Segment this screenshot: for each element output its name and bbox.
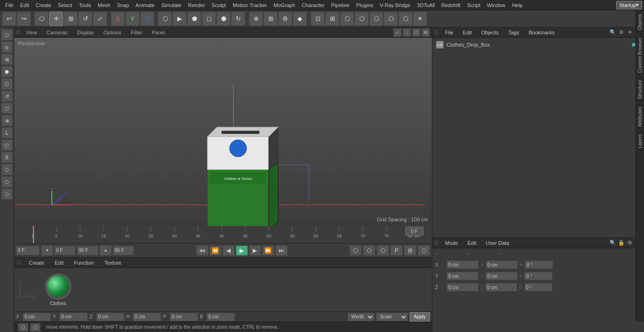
current-frame-input[interactable] <box>16 246 40 255</box>
render-view-button[interactable]: ⊕ <box>249 12 263 26</box>
attr-x-size-input[interactable] <box>486 260 518 269</box>
menu-pipeline[interactable]: Pipeline <box>328 0 353 10</box>
model-mode-button[interactable]: ▶ <box>173 12 187 26</box>
tab-content-browser[interactable]: Content Browser <box>636 34 644 76</box>
sidebar-tool-1[interactable]: ⬡ <box>1 29 13 40</box>
menu-sculpt[interactable]: Sculpt <box>208 0 230 10</box>
p-size-input[interactable] <box>170 313 198 321</box>
preview-end-input[interactable] <box>113 246 134 255</box>
select-mode-button[interactable]: ⬡ <box>34 12 49 26</box>
rotate-tool-button[interactable]: ↺ <box>78 12 92 26</box>
transform-mode-select[interactable]: Scale Absolute <box>376 313 408 321</box>
x-coord-input[interactable] <box>23 313 51 321</box>
object-mode-button[interactable]: ⬡ <box>158 12 172 26</box>
objects-edit-button[interactable]: Edit <box>460 28 475 37</box>
objects-close-icon[interactable]: ✕ <box>626 29 634 36</box>
x-axis-button[interactable]: X <box>111 12 125 26</box>
tab-layers[interactable]: Layers <box>636 130 644 152</box>
snap-settings-button[interactable]: ⊞ <box>325 12 339 26</box>
mat-edit-button[interactable]: Edit <box>52 259 66 267</box>
h-size-input[interactable] <box>133 313 161 321</box>
point-mode-button[interactable]: ⬟ <box>187 12 201 26</box>
mat-function-button[interactable]: Function <box>71 259 97 267</box>
next-keyframe-button[interactable]: ⏩ <box>262 245 274 256</box>
status-icon-2[interactable]: ⬡ <box>30 323 41 332</box>
z-coord-input[interactable] <box>96 313 124 321</box>
goto-end-button[interactable]: ⏭ <box>275 245 288 256</box>
tab-attributes[interactable]: Attributes <box>636 103 644 130</box>
play-button[interactable]: ▶ <box>236 245 248 256</box>
objects-objects-button[interactable]: Objects <box>479 28 502 37</box>
uv-mode-button[interactable]: ↻ <box>231 12 245 26</box>
frame-step-up-button[interactable]: ▲ <box>99 245 112 256</box>
viewport-tab-filter[interactable]: Filter <box>127 28 146 37</box>
menu-mograph[interactable]: MoGraph <box>270 0 298 10</box>
viewport-tab-cameras[interactable]: Cameras <box>43 28 72 37</box>
scale-tool-button[interactable]: ⊞ <box>64 12 78 26</box>
attr-y-pos-input[interactable] <box>446 272 479 280</box>
menu-window[interactable]: Window <box>484 0 509 10</box>
sidebar-tool-6[interactable]: ↺ <box>1 90 13 102</box>
timeline-button[interactable]: ⬡ <box>369 12 383 26</box>
frame-step-down-button[interactable]: ▼ <box>41 245 53 256</box>
menu-simulate[interactable]: Simulate <box>158 0 185 10</box>
transform-button[interactable]: ⤢ <box>93 12 107 26</box>
tab-objects[interactable]: Objects <box>636 10 644 34</box>
step-forward-button[interactable]: ▶ <box>249 245 261 256</box>
sidebar-tool-4[interactable]: ⬢ <box>1 66 13 77</box>
grid-view-button[interactable]: ⊞ <box>404 245 416 256</box>
layout-dropdown[interactable]: Startup ▾ <box>616 1 642 9</box>
sidebar-tool-5[interactable]: ⬡ <box>1 78 13 89</box>
search-icon[interactable]: 🔍 <box>609 29 617 36</box>
viewport-settings-button[interactable]: ⚙ <box>421 28 430 37</box>
attr-y-size-input[interactable] <box>486 272 518 280</box>
viewport-tab-view[interactable]: View <box>22 28 41 37</box>
sidebar-tool-2[interactable]: ◎ <box>1 41 13 53</box>
mat-texture-button[interactable]: Texture <box>101 259 124 267</box>
menu-vray[interactable]: V-Ray Bridge <box>377 0 414 10</box>
menu-select[interactable]: Select <box>55 0 76 10</box>
object-visibility-dot[interactable] <box>632 43 636 47</box>
status-icon-1[interactable]: ⬡ <box>18 323 28 332</box>
3d-viewport[interactable]: Clothes & Shoes Perspective Grid Spacing… <box>14 38 432 226</box>
menu-render[interactable]: Render <box>185 0 208 10</box>
timeline-view-button[interactable]: ⬡ <box>418 245 430 256</box>
objects-tags-button[interactable]: Tags <box>505 28 522 37</box>
b-size-input[interactable] <box>206 313 235 321</box>
attr-h-rot-input[interactable] <box>525 260 553 269</box>
attr-settings-icon[interactable]: ⚙ <box>626 239 634 247</box>
menu-redshift[interactable]: Redshift <box>438 0 463 10</box>
menu-edit[interactable]: Edit <box>17 0 33 10</box>
record-button[interactable]: ⬡ <box>384 12 398 26</box>
attr-edit-button[interactable]: Edit <box>465 239 479 247</box>
menu-file[interactable]: File <box>2 0 17 10</box>
move-tool-button[interactable]: ✛ <box>49 12 63 26</box>
interactive-render-button[interactable]: ⊞ <box>264 12 278 26</box>
menu-animate[interactable]: Animate <box>132 0 158 10</box>
edge-mode-button[interactable]: ◻ <box>202 12 216 26</box>
y-coord-input[interactable] <box>59 313 88 321</box>
sidebar-tool-14[interactable]: ⬡ <box>1 188 13 200</box>
menu-character[interactable]: Character <box>298 0 328 10</box>
menu-snap[interactable]: Snap <box>114 0 132 10</box>
cycle-button[interactable]: P <box>390 245 403 256</box>
sidebar-tool-13[interactable]: ⬡ <box>1 176 13 187</box>
poly-mode-button[interactable]: ⬢ <box>216 12 231 26</box>
menu-3dto[interactable]: 3DToAll <box>413 0 438 10</box>
attr-z-pos-input[interactable] <box>446 283 479 292</box>
undo-button[interactable]: ↩ <box>2 12 16 26</box>
start-frame-input[interactable] <box>54 246 75 255</box>
viewport-arrows-button[interactable]: ↕ <box>403 28 411 37</box>
menu-mesh[interactable]: Mesh <box>94 0 114 10</box>
step-back-button[interactable]: ◀ <box>223 245 235 256</box>
menu-plugins[interactable]: Plugins <box>353 0 376 10</box>
z-axis-button[interactable]: Z <box>140 12 154 26</box>
attr-p-rot-input[interactable] <box>524 272 553 280</box>
objects-file-button[interactable]: File <box>442 28 456 37</box>
object-row-clothes-drop-box[interactable]: L0 Clothes_Drop_Box <box>434 40 642 50</box>
record-keyframe-button[interactable]: ⬡ <box>349 245 362 256</box>
tab-structure[interactable]: Structure <box>636 76 644 103</box>
material-item-clothes[interactable]: Clothes <box>45 274 71 306</box>
menu-tools[interactable]: Tools <box>75 0 94 10</box>
mat-create-button[interactable]: Create <box>26 259 47 267</box>
